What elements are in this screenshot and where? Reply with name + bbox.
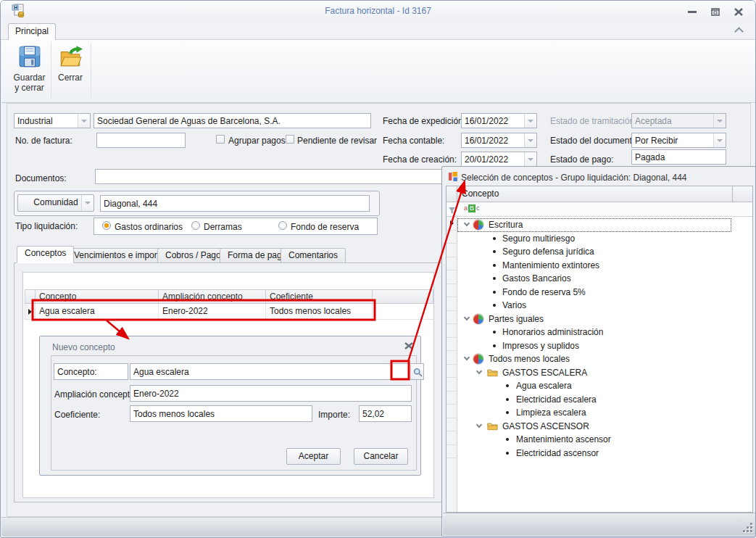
aceptar-button[interactable]: Aceptar — [286, 448, 341, 465]
cancelar-button[interactable]: Cancelar — [354, 448, 408, 465]
indicator-cell — [446, 324, 457, 338]
radio-gastos-ordinarios[interactable] — [102, 221, 111, 230]
popup-col-concepto[interactable]: Concepto — [457, 186, 733, 202]
tree-item-label: Seguro multiriesgo — [502, 233, 575, 244]
bullet-icon — [493, 237, 496, 240]
fecha-contable-arrow-icon[interactable] — [524, 133, 536, 147]
collapse-ribbon-icon[interactable] — [734, 27, 744, 36]
minimize-button[interactable] — [684, 7, 700, 17]
tree-item[interactable]: GASTOS ESCALERA — [457, 366, 752, 380]
invoice-number-input[interactable] — [96, 133, 186, 148]
radio-derramas[interactable] — [191, 221, 200, 230]
tree-item[interactable]: Limpieza escalera — [457, 406, 752, 420]
restore-button[interactable] — [707, 7, 723, 17]
grid-col-ampliacion[interactable]: Ampliación concepto — [159, 289, 266, 304]
chevron-down-icon[interactable] — [464, 355, 470, 360]
folder-icon — [487, 422, 498, 433]
comunidad-button[interactable]: Comunidad — [17, 194, 94, 212]
indicator-cell — [446, 338, 457, 352]
save-close-button[interactable]: Guardar y cerrar — [10, 43, 49, 99]
grid-cell-concepto[interactable]: Agua escalera — [36, 304, 159, 320]
tree-item-label: Mantenimiento extintores — [502, 260, 599, 270]
bullet-icon — [506, 438, 509, 441]
grid-row-indicator — [25, 304, 36, 320]
bullet-icon — [506, 398, 509, 401]
grid-cell-coeficiente[interactable]: Todos menos locales — [266, 304, 373, 320]
concepto-lookup-button[interactable] — [410, 365, 424, 380]
indicator-cell — [446, 297, 457, 311]
radio-fondo-reserva[interactable] — [278, 221, 287, 230]
close-form-button[interactable]: Cerrar — [53, 43, 88, 99]
tree-item[interactable]: Agua escalera — [457, 379, 752, 393]
provider-type-combo[interactable]: Industrial — [14, 113, 91, 128]
importe-input[interactable]: 52,02 — [359, 405, 412, 422]
window-title: Factura horizontal - Id 3167 — [1, 6, 755, 16]
chevron-down-icon[interactable] — [476, 368, 482, 373]
close-button[interactable] — [731, 7, 747, 17]
ampliacion-value: Enero-2022 — [133, 389, 179, 399]
resize-grip[interactable] — [742, 522, 752, 532]
estado-documento-arrow-icon[interactable] — [713, 133, 726, 147]
tree-item[interactable]: Partes iguales — [457, 313, 752, 326]
coeficiente-input[interactable]: Todos menos locales — [130, 405, 312, 422]
tree-item[interactable]: Electricidad escalera — [457, 393, 752, 407]
fecha-expedicion-label: Fecha de expedición: — [383, 116, 465, 126]
estado-tramitacion-arrow-icon — [713, 114, 726, 128]
indicator-cell — [446, 311, 457, 325]
comunidad-input[interactable]: Diagonal, 444 — [100, 195, 370, 212]
tree-item[interactable]: Fondo de reserva 5% — [457, 286, 752, 299]
dialog-close-icon[interactable] — [404, 342, 415, 351]
tree-item[interactable]: Mantenimiento extintores — [457, 259, 752, 273]
grid-col-concepto[interactable]: Concepto — [36, 289, 159, 304]
pendiente-revisar-checkbox[interactable] — [286, 135, 294, 144]
chevron-down-icon[interactable] — [476, 421, 482, 427]
tree-item[interactable]: Mantenimiento ascensor — [457, 433, 752, 447]
magnifier-icon — [413, 368, 423, 377]
tree-item[interactable]: GASTOS ASCENSOR — [457, 420, 752, 434]
ribbon-separator — [51, 43, 51, 98]
provider-name-input[interactable]: Sociedad General de Aguas de Barcelona, … — [94, 113, 371, 128]
grid-cell-ampliacion[interactable]: Enero-2022 — [159, 304, 266, 320]
tab-conceptos[interactable]: Conceptos — [17, 246, 74, 263]
bullet-icon — [493, 331, 496, 334]
tree-item[interactable]: Electricidad ascensor — [457, 447, 752, 460]
tree-item[interactable]: Escritura — [457, 218, 731, 232]
fecha-contable-input[interactable]: 16/01/2022 — [461, 133, 537, 148]
tab-principal[interactable]: Principal — [8, 23, 56, 40]
ribbon: Guardar y cerrar Cerrar — [1, 40, 756, 103]
grid-col-coeficiente[interactable]: Coeficiente — [266, 289, 373, 304]
tree-item[interactable]: Varios — [457, 299, 752, 313]
provider-type-arrow-icon[interactable] — [78, 114, 90, 128]
fecha-expedicion-arrow-icon[interactable] — [524, 114, 536, 128]
ampliacion-input[interactable]: Enero-2022 — [130, 385, 412, 402]
chevron-down-icon[interactable] — [464, 220, 470, 226]
tab-comentarios[interactable]: Comentarios — [281, 248, 346, 263]
invoice-number-label: No. de factura: — [15, 136, 72, 146]
folder-icon — [487, 368, 498, 379]
indicator-cell — [446, 284, 457, 298]
tree-item[interactable]: Honorarios administración — [457, 326, 752, 339]
tree-item-label: Limpieza escalera — [516, 407, 586, 418]
estado-documento-value: Por Recibir — [635, 136, 678, 146]
tree-item[interactable]: Impresos y suplidos — [457, 339, 752, 353]
indicator-cell — [446, 378, 457, 392]
estado-pago-value: Pagada — [635, 152, 665, 162]
tree-item[interactable]: Seguro defensa jurídica — [457, 245, 752, 259]
tree-item-label: GASTOS ESCALERA — [502, 368, 587, 378]
estado-documento-combo[interactable]: Por Recibir — [631, 133, 726, 148]
concepto-input[interactable]: Agua escalera — [130, 363, 424, 380]
tree-item[interactable]: Gastos Bancarios — [457, 272, 752, 286]
indicator-cell — [446, 418, 457, 432]
agrupar-pagos-checkbox[interactable] — [216, 135, 225, 144]
ribbon-tabstrip: Principal — [1, 21, 755, 40]
popup-title-icon — [449, 172, 458, 183]
chevron-down-icon[interactable] — [464, 314, 470, 320]
fecha-expedicion-input[interactable]: 16/01/2022 — [461, 113, 537, 128]
indicator-cell — [446, 231, 457, 244]
fecha-creacion-input[interactable]: 20/01/2022 — [461, 152, 537, 167]
tree-item[interactable]: Todos menos locales — [457, 352, 752, 366]
fecha-creacion-arrow-icon[interactable] — [524, 152, 536, 166]
tree-item[interactable]: Seguro multiriesgo — [457, 232, 752, 246]
popup-filter-row[interactable]: aBc — [446, 202, 752, 217]
comunidad-arrow-icon[interactable] — [81, 195, 94, 211]
